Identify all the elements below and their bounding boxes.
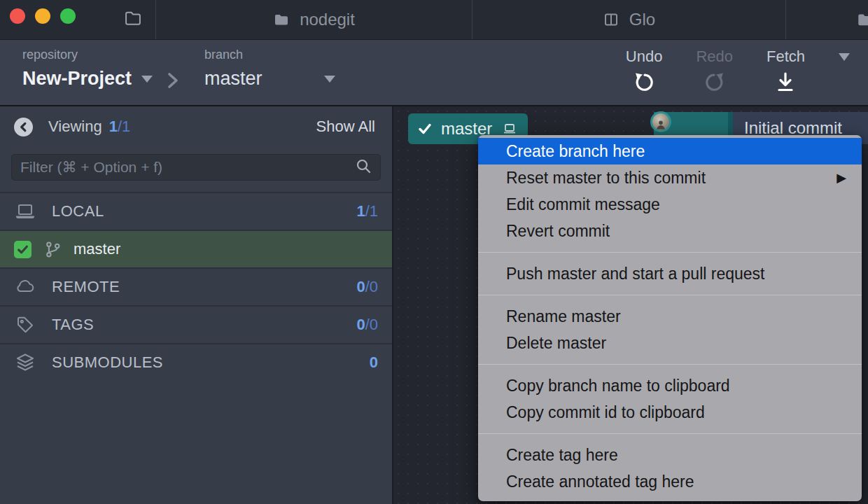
chevron-down-icon [839,53,850,61]
redo-label: Redo [696,48,733,66]
menu-item-push-master-and-start-pull-request[interactable]: Push master and start a pull request [478,260,862,287]
chevron-down-icon [141,76,153,83]
laptop-icon [14,200,36,223]
menu-item-rename-master[interactable]: Rename master [478,303,862,330]
sidebar-section-remote[interactable]: REMOTE 0/0 [0,267,392,305]
tab-bar: nodegit Glo [0,0,868,40]
menu-item-revert-commit[interactable]: Revert commit [478,218,862,244]
app-window: nodegit Glo repository New-Project [0,0,868,504]
menu-item-copy-commit-id-to-clipboard[interactable]: Copy commit id to clipboard [478,399,862,426]
folder-outline-icon[interactable] [123,8,143,31]
tab-label: Glo [629,10,655,29]
commit-author-avatar[interactable] [650,111,671,132]
minimize-window-button[interactable] [35,8,50,24]
sidebar-section-submodules[interactable]: SUBMODULES 0 [0,343,392,381]
fetch-button[interactable]: Fetch [766,40,805,105]
show-all-button[interactable]: Show All [316,118,375,136]
menu-item-create-annotated-tag-here[interactable]: Create annotated tag here [478,468,862,495]
close-window-button[interactable] [10,8,25,24]
branch-selector[interactable]: branch master [204,40,335,105]
collapse-panel-button[interactable] [14,118,33,136]
submenu-arrow-icon: ▶ [836,164,846,191]
left-panel: Viewing 1/1 Show All [0,106,393,504]
toolbar: repository New-Project branch master Und… [0,40,868,106]
cloud-icon [14,276,36,298]
tab-partial[interactable] [785,0,868,39]
section-label: SUBMODULES [52,354,163,372]
branch-name: master [204,68,262,90]
chevron-down-icon [324,76,335,83]
tab-glo[interactable]: Glo [472,0,785,39]
section-label: REMOTE [52,278,120,296]
undo-label: Undo [626,48,663,66]
viewing-count: 1/1 [109,118,131,136]
viewing-label: Viewing [48,118,102,136]
redo-button[interactable]: Redo [696,40,733,105]
menu-item-reset-master-to-this-commit[interactable]: Reset master to this commit ▶ [478,164,862,191]
breadcrumb-chevron-icon [165,70,181,94]
repository-name: New-Project [22,68,132,90]
branch-row-master[interactable]: master [0,230,392,267]
context-menu: Create branch here Reset master to this … [478,135,862,501]
branch-lane-cap [728,112,733,135]
filter-box[interactable] [11,154,381,181]
menu-item-edit-commit-message[interactable]: Edit commit message [478,191,862,218]
branch-name: master [74,240,120,258]
section-count: 0 [370,354,378,372]
menu-item-create-tag-here[interactable]: Create tag here [478,442,862,468]
fetch-options-button[interactable] [839,40,850,105]
menu-item-create-branch-here[interactable]: Create branch here [478,138,862,164]
fetch-label: Fetch [766,48,805,66]
zoom-window-button[interactable] [60,8,76,24]
sidebar-section-tags[interactable]: TAGS 0/0 [0,305,392,343]
git-branch-icon [43,240,62,259]
tag-icon [14,314,36,336]
menu-item-copy-branch-name-to-clipboard[interactable]: Copy branch name to clipboard [478,372,862,399]
search-icon [355,158,372,177]
menu-item-delete-master[interactable]: Delete master [478,330,862,356]
tab-nodegit[interactable]: nodegit [155,0,472,39]
menu-separator [478,295,862,295]
redo-icon [704,71,726,97]
section-label: TAGS [52,316,94,334]
layers-icon [14,351,36,374]
repository-selector[interactable]: repository New-Project [22,40,153,105]
menu-separator [478,252,862,253]
traffic-light-zone [0,0,155,39]
sidebar-header: Viewing 1/1 Show All [0,106,392,147]
sidebar-section-local[interactable]: LOCAL 1/1 [0,192,392,230]
tab-label: nodegit [300,10,355,29]
menu-separator [478,364,862,365]
checkmark-icon [418,122,432,136]
board-icon [603,11,620,28]
menu-separator [478,433,862,434]
branch-checkbox[interactable] [14,241,31,258]
undo-icon [633,71,655,97]
folder-icon [273,11,290,28]
repository-label: repository [22,48,153,62]
section-label: LOCAL [52,202,104,220]
section-count: 0/0 [356,278,378,296]
branch-label: branch [204,48,335,62]
section-count: 0/0 [356,316,378,334]
section-count: 1/1 [356,202,378,220]
undo-button[interactable]: Undo [626,40,663,105]
fetch-download-icon [774,71,797,97]
person-icon [655,119,666,130]
filter-input[interactable] [20,159,355,176]
folder-icon [856,10,868,29]
